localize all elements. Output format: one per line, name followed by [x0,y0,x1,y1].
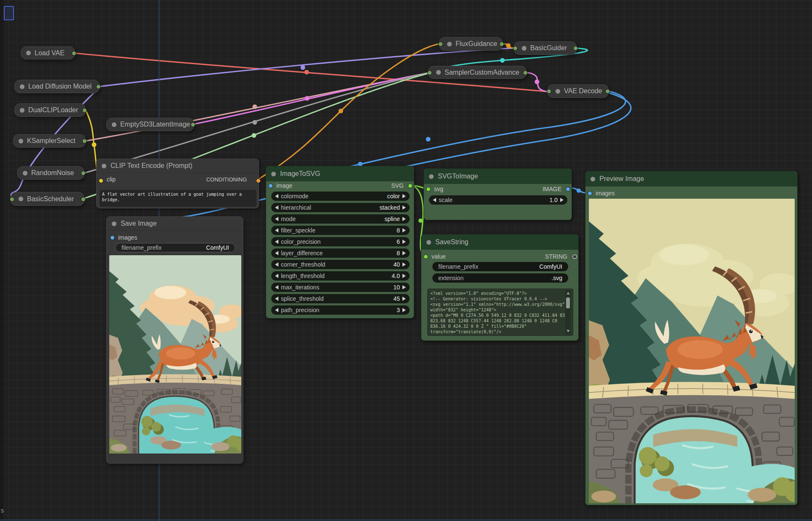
increment-arrow-icon[interactable] [402,228,406,232]
output-port-latent[interactable] [523,70,528,75]
decrement-arrow-icon[interactable] [275,205,278,210]
widget-colormode[interactable]: colormode color [271,192,410,201]
output-port-latent[interactable] [191,122,195,127]
output-port-guider[interactable] [573,46,578,51]
decrement-arrow-icon[interactable] [433,198,436,202]
widget-max-iterations[interactable]: max_iterations 10 [271,283,410,292]
increment-arrow-icon[interactable] [402,240,406,244]
widget-color-precision[interactable]: color_precision 6 [271,237,410,246]
collapse-dot-icon[interactable] [102,164,106,168]
node-randomnoise[interactable]: RandomNoise [17,166,84,180]
output-port-conditioning[interactable] [256,178,261,183]
output-port-vae[interactable] [72,51,76,56]
increment-arrow-icon[interactable] [402,217,406,221]
input-port-image[interactable] [268,184,273,188]
output-port-image[interactable] [566,187,570,192]
output-port-svg[interactable] [408,184,413,188]
input-port[interactable] [427,70,432,75]
widget-length-threshold[interactable]: length_threshold 4.0 [271,271,410,281]
increment-arrow-icon[interactable] [402,274,406,278]
node-basicguider[interactable]: BasicGuider [514,41,577,55]
decrement-arrow-icon[interactable] [275,228,278,232]
decrement-arrow-icon[interactable] [275,285,278,289]
collapse-dot-icon[interactable] [20,108,24,113]
node-dualcliploader[interactable]: DualCLIPLoader [14,103,86,117]
collapse-dot-icon[interactable] [436,70,441,75]
widget-hierarchical[interactable]: hierarchical stacked [271,203,410,212]
scroll-thumb[interactable] [566,297,570,308]
node-fluxguidance[interactable]: FluxGuidance [439,37,503,51]
collapse-dot-icon[interactable] [19,139,23,143]
textarea-scrollbar[interactable] [565,290,571,335]
increment-arrow-icon[interactable] [402,205,406,210]
node-vae-decode[interactable]: VAE Decode [548,84,609,98]
increment-arrow-icon[interactable] [402,194,406,198]
node-save-image[interactable]: Save Image images filename_prefix ComfyU… [106,216,243,464]
decrement-arrow-icon[interactable] [275,262,278,267]
widget-path-precision[interactable]: path_precision 3 [271,305,410,315]
node-svgtoimage[interactable]: SVGToImage svg IMAGE scale 1.0 [424,168,572,220]
node-imagetosvg[interactable]: ImageToSVG image SVG colormode color hie… [266,166,414,319]
input-port-svg[interactable] [426,187,431,192]
decrement-arrow-icon[interactable] [275,297,278,301]
input-port-value[interactable] [424,254,428,259]
node-preview-image[interactable]: Preview Image images [585,171,798,505]
node-ksamplerselect[interactable]: KSamplerSelect [13,134,86,148]
node-load-diffusion-model[interactable]: Load Diffusion Model [14,80,100,93]
scroll-down-icon[interactable] [567,330,570,332]
input-port[interactable] [513,46,518,51]
widget-scale[interactable]: scale 1.0 [429,195,567,205]
increment-arrow-icon[interactable] [402,262,406,267]
output-port-clip[interactable] [82,108,87,113]
collapse-dot-icon[interactable] [522,46,526,51]
node-emptysd3latentimage[interactable]: EmptySD3LatentImage [106,118,194,131]
output-port-sigmas[interactable] [81,197,86,202]
collapse-dot-icon[interactable] [23,171,27,175]
field-extension[interactable]: extension .svg [432,273,568,283]
prompt-textarea[interactable]: A flat vector art illustration of a goat… [100,190,256,207]
output-port-string[interactable] [572,254,577,259]
output-port-model[interactable] [96,84,101,89]
collapse-dot-icon[interactable] [429,174,434,179]
field-filename-prefix[interactable]: filename_prefix ComfyUI [432,262,568,271]
collapse-dot-icon[interactable] [591,177,595,181]
collapse-dot-icon[interactable] [20,84,24,89]
node-savestring[interactable]: SaveString value STRING filename_prefix … [421,234,579,341]
decrement-arrow-icon[interactable] [275,240,278,244]
widget-layer-difference[interactable]: layer_difference 8 [271,248,410,258]
increment-arrow-icon[interactable] [560,198,564,202]
svg-source-textarea[interactable]: <?xml version="1.0" encoding="UTF-8"?> <… [427,289,573,336]
increment-arrow-icon[interactable] [402,251,406,255]
input-port-clip[interactable] [99,178,103,183]
collapse-dot-icon[interactable] [26,51,31,55]
widget-corner-threshold[interactable]: corner_threshold 40 [271,260,410,269]
node-basicscheduler[interactable]: BasicScheduler [11,192,84,206]
widget-splice-threshold[interactable]: splice_threshold 45 [271,294,410,303]
output-port-image[interactable] [605,89,610,94]
widget-filter-speckle[interactable]: filter_speckle 8 [271,226,410,235]
collapse-dot-icon[interactable] [112,122,116,127]
input-port-images[interactable] [110,235,115,240]
output-port-conditioning[interactable] [499,42,504,46]
decrement-arrow-icon[interactable] [275,194,278,198]
decrement-arrow-icon[interactable] [275,217,278,221]
collapse-dot-icon[interactable] [447,42,452,46]
decrement-arrow-icon[interactable] [275,251,278,255]
input-port[interactable] [438,42,443,46]
field-filename-prefix[interactable]: filename_prefix ComfyUI [115,243,235,252]
collapse-dot-icon[interactable] [19,197,23,201]
output-port-sampler[interactable] [82,139,87,143]
input-port[interactable] [10,197,14,202]
increment-arrow-icon[interactable] [402,297,406,301]
increment-arrow-icon[interactable] [402,308,406,312]
collapse-dot-icon[interactable] [426,240,431,245]
widget-mode[interactable]: mode spline [271,214,410,224]
node-samplercustomadvance[interactable]: SamplerCustomAdvance [428,66,526,79]
node-load-vae[interactable]: Load VAE [21,46,75,59]
increment-arrow-icon[interactable] [402,285,406,289]
input-port[interactable] [547,89,551,94]
collapse-dot-icon[interactable] [556,89,560,94]
decrement-arrow-icon[interactable] [275,274,278,278]
node-clip-text-encode[interactable]: CLIP Text Encode (Prompt) clip CONDITION… [96,159,259,208]
input-port-images[interactable] [588,191,592,196]
